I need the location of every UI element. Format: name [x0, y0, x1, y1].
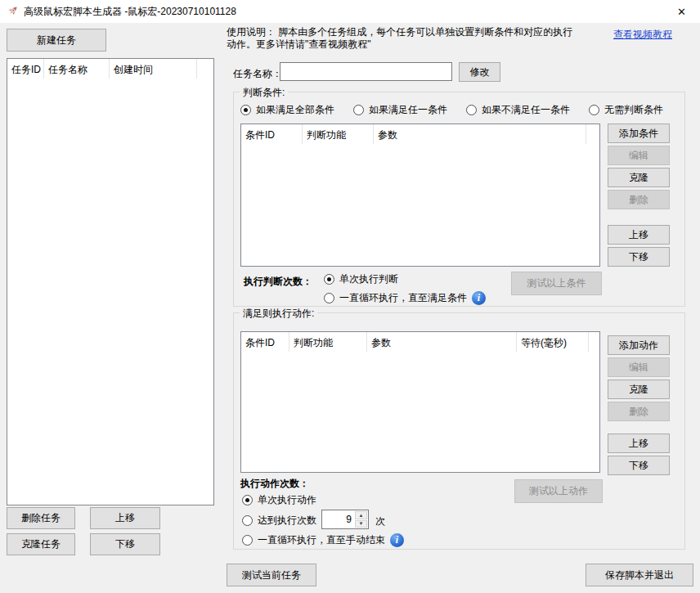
radio-dot-icon: [242, 515, 253, 526]
column-condition-id: 条件ID: [241, 124, 303, 144]
task-name-input[interactable]: [280, 62, 452, 81]
radio-dot-icon: [242, 495, 253, 505]
window-title: 高级鼠标宏脚本生成器 -鼠标宏-20230710101128: [24, 5, 236, 19]
move-condition-up-button[interactable]: 上移: [608, 225, 670, 245]
column-task-name: 任务名称: [44, 59, 110, 79]
column-task-time: 创建时间: [110, 59, 197, 79]
column-action-function: 判断功能: [289, 332, 367, 352]
stepper-down-icon[interactable]: ▼: [355, 520, 367, 528]
column-action-parameters: 参数: [367, 332, 517, 352]
column-filler: [589, 332, 599, 352]
task-list-header: 任务ID 任务名称 创建时间: [7, 59, 213, 79]
video-tutorial-link[interactable]: 查看视频教程: [613, 28, 672, 42]
radio-dot-icon: [242, 535, 253, 546]
save-script-exit-button[interactable]: 保存脚本并退出: [586, 564, 693, 586]
modify-button[interactable]: 修改: [459, 62, 500, 82]
action-table-header: 条件ID 判断功能 参数 等待(毫秒): [241, 332, 599, 352]
info-icon[interactable]: i: [390, 533, 404, 547]
judge-times-label: 执行判断次数：: [244, 275, 312, 289]
radio-run-count[interactable]: 达到执行次数: [242, 514, 316, 528]
radio-dot-icon: [466, 105, 477, 115]
radio-run-once[interactable]: 单次执行动作: [242, 493, 316, 507]
close-button[interactable]: ✕: [663, 0, 700, 23]
test-actions-button[interactable]: 测试以上动作: [514, 479, 603, 503]
move-action-up-button[interactable]: 上移: [608, 434, 670, 453]
test-current-task-button[interactable]: 测试当前任务: [227, 564, 316, 586]
radio-label: 如果满足任一条件: [369, 103, 447, 117]
radio-label: 无需判断条件: [604, 103, 663, 117]
radio-no-condition[interactable]: 无需判断条件: [589, 103, 663, 117]
radio-judge-once[interactable]: 单次执行判断: [324, 272, 398, 286]
move-action-down-button[interactable]: 下移: [608, 456, 670, 475]
column-filler: [197, 59, 213, 79]
action-group-label: 满足则执行动作:: [240, 307, 317, 321]
condition-mode-radios: 如果满足全部条件 如果满足任一条件 如果不满足任一条件 无需判断条件: [240, 103, 663, 117]
edit-action-button[interactable]: 编辑: [608, 357, 670, 377]
radio-label: 一直循环执行，直至满足条件: [339, 291, 467, 305]
radio-dot-icon: [240, 105, 251, 115]
stepper-up-icon[interactable]: ▲: [355, 511, 367, 519]
column-judge-function: 判断功能: [303, 124, 374, 144]
usage-line-2: 动作。更多详情请"查看视频教程": [227, 38, 609, 51]
usage-instructions: 使用说明： 脚本由多个任务组成，每个任务可以单独设置判断条件和对应的执行 动作。…: [227, 26, 609, 51]
column-task-id: 任务ID: [7, 59, 44, 79]
title-bar: 高级鼠标宏脚本生成器 -鼠标宏-20230710101128 ✕: [0, 0, 700, 23]
radio-label: 达到执行次数: [258, 514, 316, 528]
column-wait-ms: 等待(毫秒): [517, 332, 589, 352]
radio-label: 如果满足全部条件: [256, 103, 334, 117]
delete-task-button[interactable]: 删除任务: [7, 507, 75, 529]
delete-action-button[interactable]: 删除: [608, 402, 670, 421]
task-name-label: 任务名称：: [233, 67, 282, 81]
column-filler: [586, 124, 599, 144]
app-window: 高级鼠标宏脚本生成器 -鼠标宏-20230710101128 ✕ 新建任务 任务…: [0, 0, 700, 593]
info-icon[interactable]: i: [472, 291, 486, 305]
condition-group-label: 判断条件:: [240, 86, 288, 100]
delete-condition-button[interactable]: 删除: [608, 190, 670, 209]
move-condition-down-button[interactable]: 下移: [608, 247, 670, 267]
stepper-arrows: ▲ ▼: [354, 510, 368, 528]
clone-action-button[interactable]: 克隆: [608, 380, 670, 399]
column-parameters: 参数: [374, 124, 586, 144]
add-condition-button[interactable]: 添加条件: [608, 124, 670, 143]
task-list[interactable]: 任务ID 任务名称 创建时间: [7, 58, 214, 505]
radio-judge-loop-until-met[interactable]: 一直循环执行，直至满足条件: [324, 291, 467, 305]
radio-dot-icon: [324, 274, 334, 285]
radio-dot-icon: [589, 105, 599, 115]
usage-line-1: 使用说明： 脚本由多个任务组成，每个任务可以单独设置判断条件和对应的执行: [227, 26, 609, 38]
rocket-icon: [6, 5, 19, 18]
radio-dot-icon: [353, 105, 364, 115]
action-table[interactable]: 条件ID 判断功能 参数 等待(毫秒): [240, 331, 600, 473]
repeat-unit-label: 次: [375, 514, 385, 528]
action-times-label: 执行动作次数：: [240, 477, 309, 491]
radio-label: 一直循环执行，直至手动结束: [258, 533, 385, 547]
repeat-count-stepper[interactable]: 9 ▲ ▼: [321, 510, 369, 529]
clone-task-button[interactable]: 克隆任务: [7, 533, 75, 555]
radio-not-match-any-condition[interactable]: 如果不满足任一条件: [466, 103, 570, 117]
clone-condition-button[interactable]: 克隆: [608, 168, 670, 187]
condition-table[interactable]: 条件ID 判断功能 参数: [240, 124, 600, 267]
radio-label: 单次执行判断: [339, 272, 398, 286]
radio-label: 单次执行动作: [258, 493, 316, 507]
radio-match-all-conditions[interactable]: 如果满足全部条件: [240, 103, 334, 117]
add-action-button[interactable]: 添加动作: [608, 335, 670, 355]
radio-loop-until-manual-stop[interactable]: 一直循环执行，直至手动结束: [242, 533, 385, 547]
radio-dot-icon: [324, 293, 334, 303]
radio-label: 如果不满足任一条件: [482, 103, 570, 117]
repeat-count-value[interactable]: 9: [322, 510, 354, 528]
move-task-up-button[interactable]: 上移: [90, 507, 160, 529]
edit-condition-button[interactable]: 编辑: [608, 146, 670, 165]
action-group: 满足则执行动作: 条件ID 判断功能 参数 等待(毫秒) 添加动作 编辑 克隆 …: [233, 312, 685, 550]
condition-group: 判断条件: 如果满足全部条件 如果满足任一条件 如果不满足任一条件 无需判断条件…: [233, 92, 685, 307]
condition-table-header: 条件ID 判断功能 参数: [241, 124, 599, 144]
radio-match-any-condition[interactable]: 如果满足任一条件: [353, 103, 447, 117]
column-action-id: 条件ID: [241, 332, 289, 352]
new-task-button[interactable]: 新建任务: [7, 29, 106, 52]
move-task-down-button[interactable]: 下移: [90, 533, 160, 555]
test-conditions-button[interactable]: 测试以上条件: [511, 272, 602, 295]
